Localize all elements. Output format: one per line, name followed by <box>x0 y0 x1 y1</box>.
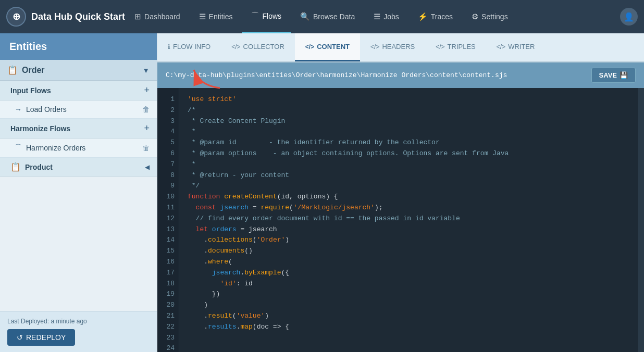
harmonize-flows-add-icon[interactable]: + <box>144 123 150 134</box>
filepath-bar: C:\my-data-hub\plugins\entities\Order\ha… <box>157 62 644 88</box>
tab-flow-info-label: FLOW INFO <box>173 43 210 51</box>
entity-product-icon: 📋 <box>10 162 21 172</box>
sidebar-entity-product[interactable]: 📋 Product ◀ <box>0 158 157 177</box>
save-label: SAVE <box>599 71 617 79</box>
deployed-status: Last Deployed: a minute ago <box>7 318 150 325</box>
harmonize-orders-delete-icon[interactable]: 🗑 <box>142 144 150 152</box>
sidebar-header: Entities <box>0 33 157 60</box>
content-area: ℹ FLOW INFO </> COLLECTOR </> CONTENT </… <box>157 33 644 352</box>
harmonize-orders-icon: ⌒ <box>15 143 22 153</box>
tab-headers[interactable]: </> HEADERS <box>360 33 425 61</box>
sidebar-item-load-orders[interactable]: → Load Orders 🗑 <box>0 100 157 119</box>
filepath-text: C:\my-data-hub\plugins\entities\Order\ha… <box>166 71 507 79</box>
flow-info-tab-icon: ℹ <box>168 43 170 51</box>
headers-tab-icon: </> <box>370 43 379 51</box>
tab-triples-label: TRIPLES <box>448 43 476 51</box>
nav-entities-label: Entities <box>209 12 233 21</box>
traces-icon: ⚡ <box>418 12 428 21</box>
redeploy-label: REDEPLOY <box>26 333 66 342</box>
harmonize-flows-label: Harmonize Flows <box>10 124 144 133</box>
nav-settings-label: Settings <box>481 12 508 21</box>
nav-jobs-label: Jobs <box>383 12 399 21</box>
code-content[interactable]: 'use strict'/* * Create Content Plugin *… <box>179 88 638 352</box>
tabs-bar: ℹ FLOW INFO </> COLLECTOR </> CONTENT </… <box>157 33 644 62</box>
sidebar-bottom: Last Deployed: a minute ago ↺ REDEPLOY <box>0 311 157 352</box>
entities-icon: ☰ <box>199 12 206 21</box>
dashboard-icon: ⊞ <box>134 12 141 21</box>
nav-dashboard[interactable]: ⊞ Dashboard <box>125 0 190 33</box>
app-title: Data Hub Quick Start <box>31 11 125 22</box>
tab-flow-info[interactable]: ℹ FLOW INFO <box>157 33 221 61</box>
topnav: ⊕ Data Hub Quick Start ⊞ Dashboard ☰ Ent… <box>0 0 644 33</box>
load-orders-label: Load Orders <box>26 105 142 114</box>
entity-product-label: Product <box>25 163 145 171</box>
app-logo: ⊕ Data Hub Quick Start <box>6 7 125 27</box>
input-flows-add-icon[interactable]: + <box>144 85 150 96</box>
tab-headers-label: HEADERS <box>382 43 415 51</box>
code-editor[interactable]: 1234567891011121314151617181920212223242… <box>157 88 644 352</box>
save-button[interactable]: SAVE 💾 <box>591 68 636 83</box>
nav-traces-label: Traces <box>431 12 453 21</box>
scrollbar-track[interactable] <box>638 88 644 352</box>
nav-traces[interactable]: ⚡ Traces <box>408 0 462 33</box>
tab-writer-label: WRITER <box>508 43 535 51</box>
tab-triples[interactable]: </> TRIPLES <box>425 33 486 61</box>
tab-content[interactable]: </> CONTENT <box>295 33 360 61</box>
nav-settings[interactable]: ⚙ Settings <box>462 0 517 33</box>
writer-tab-icon: </> <box>497 43 505 51</box>
main-layout: Entities 📋 Order ▼ Input Flows + → Load … <box>0 33 644 352</box>
nav-browse-data[interactable]: 🔍 Browse Data <box>291 0 364 33</box>
sidebar-section-input-flows[interactable]: Input Flows + <box>0 81 157 100</box>
nav-entities[interactable]: ☰ Entities <box>190 0 242 33</box>
tab-collector-label: COLLECTOR <box>243 43 284 51</box>
sidebar-entity-order[interactable]: 📋 Order ▼ <box>0 60 157 81</box>
save-icon: 💾 <box>620 71 628 79</box>
entity-order-label: Order <box>22 66 142 75</box>
collector-tab-icon: </> <box>231 43 240 51</box>
tab-writer[interactable]: </> WRITER <box>486 33 546 61</box>
load-orders-delete-icon[interactable]: 🗑 <box>142 105 150 114</box>
nav-jobs[interactable]: ☰ Jobs <box>364 0 408 33</box>
sidebar: Entities 📋 Order ▼ Input Flows + → Load … <box>0 33 157 352</box>
entity-order-chevron: ▼ <box>142 66 150 74</box>
jobs-icon: ☰ <box>374 12 380 21</box>
product-chevron-icon: ◀ <box>145 164 150 171</box>
redeploy-button[interactable]: ↺ REDEPLOY <box>7 329 75 346</box>
nav-browse-data-label: Browse Data <box>313 12 355 21</box>
input-flows-label: Input Flows <box>10 86 144 95</box>
redeploy-icon: ↺ <box>17 333 23 342</box>
flows-icon: ⌒ <box>251 11 259 21</box>
entity-order-icon: 📋 <box>7 65 18 75</box>
sidebar-section-harmonize-flows[interactable]: Harmonize Flows + <box>0 119 157 139</box>
line-numbers: 1234567891011121314151617181920212223242… <box>157 88 179 352</box>
content-tab-icon: </> <box>305 43 314 51</box>
load-orders-icon: → <box>15 105 22 114</box>
triples-tab-icon: </> <box>436 43 444 51</box>
user-avatar[interactable]: 👤 <box>620 8 638 26</box>
logo-icon: ⊕ <box>6 7 26 27</box>
harmonize-orders-label: Harmonize Orders <box>26 144 142 152</box>
topnav-links: ⊞ Dashboard ☰ Entities ⌒ Flows 🔍 Browse … <box>125 0 620 33</box>
tab-collector[interactable]: </> COLLECTOR <box>221 33 295 61</box>
sidebar-item-harmonize-orders[interactable]: ⌒ Harmonize Orders 🗑 <box>0 139 157 158</box>
nav-flows-label: Flows <box>262 12 281 20</box>
settings-icon: ⚙ <box>472 12 478 21</box>
browse-data-icon: 🔍 <box>300 12 310 21</box>
topnav-right: 👤 <box>620 8 638 26</box>
nav-dashboard-label: Dashboard <box>144 12 180 21</box>
tab-content-label: CONTENT <box>317 43 350 51</box>
nav-flows[interactable]: ⌒ Flows <box>242 0 291 33</box>
